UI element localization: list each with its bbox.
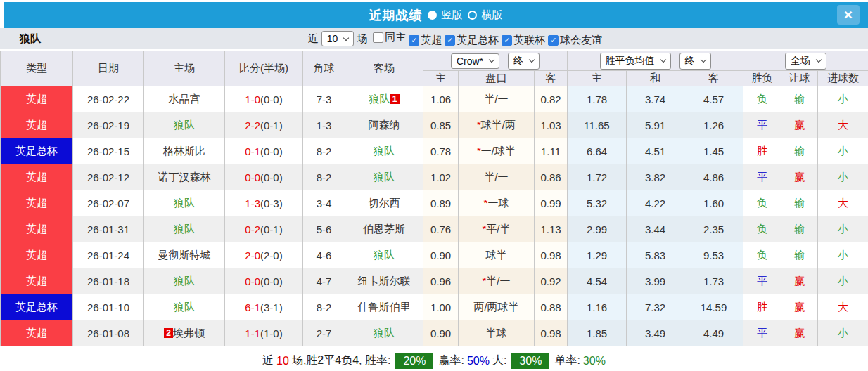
avg-odds-select[interactable]: 胜平负均值 <box>600 53 671 70</box>
star-icon: * <box>477 119 481 131</box>
odds-away-cell: 0.98 <box>535 320 568 346</box>
filter-checkbox-英联杯[interactable]: ✓英联杯 <box>502 34 545 47</box>
halftime-score: (1-0) <box>260 327 283 339</box>
score-cell: 2-0(2-0) <box>225 242 303 268</box>
avg-odds-value: 胜平负均值 <box>606 55 655 67</box>
halftime-score: (0-1) <box>260 223 283 235</box>
big-badge: 30% <box>511 353 549 369</box>
league-cell: 英超 <box>1 320 73 346</box>
filter-checkbox-同主[interactable]: 同主 <box>373 31 406 44</box>
handicap-result-cell: 输 <box>781 190 818 216</box>
odds-home-cell: 1.02 <box>423 164 459 190</box>
score-cell: 1-0(0-0) <box>225 86 303 112</box>
team-name: 狼队 <box>20 32 41 46</box>
avg-away-cell: 4.49 <box>684 320 743 346</box>
checkbox-icon[interactable]: ✓ <box>409 35 419 46</box>
horizontal-layout-radio-icon[interactable] <box>468 11 477 20</box>
filter-checkbox-球会友谊[interactable]: ✓球会友谊 <box>548 34 602 47</box>
dialog-titlebar: 近期战绩 竖版 横版 × <box>4 2 868 28</box>
avg-away-cell: 4.86 <box>684 164 743 190</box>
date-cell: 26-02-19 <box>73 112 144 138</box>
handicap-cell: *半/一 <box>459 268 535 294</box>
star-icon: * <box>477 145 481 157</box>
match-count-select[interactable]: 10 <box>321 31 355 46</box>
checkbox-label: 同主 <box>385 31 406 44</box>
handicap-cell: *平/半 <box>459 216 535 242</box>
score-cell: 0-0(0-0) <box>225 164 303 190</box>
footer-count: 10 <box>276 355 289 367</box>
date-cell: 26-01-31 <box>73 216 144 242</box>
handicap-cell: 球半 <box>459 242 535 268</box>
matches-label: 场 <box>357 32 367 46</box>
recent-results-dialog: 近期战绩 竖版 横版 × 狼队 近 10 场 同主✓英超✓英足总杯✓英联杯✓球会… <box>0 0 868 371</box>
halftime-score: (2-0) <box>260 249 283 261</box>
checkbox-icon[interactable]: ✓ <box>502 35 512 46</box>
avg-draw-cell: 7.32 <box>627 294 684 320</box>
filter-checkbox-英超[interactable]: ✓英超 <box>409 34 442 47</box>
league-cell: 英超 <box>1 268 73 294</box>
home-team-cell: 2埃弗顿 <box>144 320 225 346</box>
rank-badge: 1 <box>390 94 400 104</box>
fulltime-score: 0-0 <box>245 275 260 287</box>
fulltime-score: 1-0 <box>245 93 260 105</box>
halftime-score: (0-0) <box>260 171 283 183</box>
results-table: 类型 日期 主场 比分(半场) 角球 客场 Crow* 终 <box>0 51 868 346</box>
avg-time-value: 终 <box>685 55 695 67</box>
odds-select-group: Crow* 终 <box>423 51 568 71</box>
summary-footer: 近10场,胜2平4负4, 胜率: 20% 赢率:50% 大: 30% 单率:30… <box>0 351 868 371</box>
rank-badge: 2 <box>164 328 173 338</box>
avg-draw-cell: 3.82 <box>627 164 684 190</box>
col-header-goals: 进球数 <box>818 71 868 86</box>
away-team-cell: 伯恩茅斯 <box>345 216 423 242</box>
away-team-cell: 狼队1 <box>345 86 423 112</box>
score-cell: 0-1(0-0) <box>225 138 303 164</box>
odds-time-select[interactable]: 终 <box>508 53 540 70</box>
checkbox-icon[interactable] <box>373 32 383 43</box>
col-header-avg-home: 主 <box>568 71 627 86</box>
scope-select-group: 全场 <box>743 51 868 71</box>
league-cell: 英足总杯 <box>1 138 73 164</box>
avg-time-select[interactable]: 终 <box>679 53 711 70</box>
odds-home-cell: 0.78 <box>423 138 459 164</box>
scope-select[interactable]: 全场 <box>785 53 826 70</box>
vertical-layout-radio-icon[interactable] <box>428 11 437 20</box>
avg-home-cell: 1.72 <box>568 164 627 190</box>
vertical-layout-option[interactable]: 竖版 <box>442 8 463 22</box>
date-cell: 26-02-15 <box>73 138 144 164</box>
handicap-cell: 半/一 <box>459 86 535 112</box>
away-team-cell: 狼队 <box>345 164 423 190</box>
chevron-down-icon <box>660 57 665 63</box>
checkbox-icon[interactable]: ✓ <box>445 35 455 46</box>
odds-company-value: Crow* <box>457 56 483 67</box>
goals-cell: 小 <box>818 86 868 112</box>
table-row: 英超26-01-082埃弗顿1-1(1-0)2-7狼队0.90半球0.981.8… <box>1 320 868 346</box>
odds-home-cell: 0.96 <box>423 268 459 294</box>
close-button[interactable]: × <box>837 5 860 25</box>
league-cell: 英足总杯 <box>1 294 73 320</box>
home-team-cell: 诺丁汉森林 <box>144 164 225 190</box>
date-cell: 26-02-07 <box>73 190 144 216</box>
result-cell: 平 <box>743 112 781 138</box>
odds-away-cell: 0.92 <box>535 268 568 294</box>
avg-home-cell: 1.78 <box>568 86 627 112</box>
checkbox-icon[interactable]: ✓ <box>548 35 559 46</box>
handicap-cell: 两/两球半 <box>459 294 535 320</box>
corners-cell: 8-2 <box>303 294 345 320</box>
league-cell: 英超 <box>1 86 73 112</box>
corners-cell: 4-7 <box>303 268 345 294</box>
corners-cell: 1-3 <box>303 112 345 138</box>
halftime-score: (3-1) <box>260 301 283 313</box>
home-team-cell: 狼队 <box>144 190 225 216</box>
fulltime-score: 1-3 <box>245 197 260 209</box>
star-icon: * <box>482 223 486 235</box>
result-cell: 平 <box>743 164 781 190</box>
fulltime-score: 2-0 <box>245 249 260 261</box>
avg-select-group: 胜平负均值 终 <box>568 51 743 71</box>
horizontal-layout-option[interactable]: 横版 <box>482 8 503 22</box>
score-cell: 0-0(0-0) <box>225 268 303 294</box>
footer-summary: 场,胜2平4负4, 胜率: <box>292 353 390 368</box>
halftime-score: (0-0) <box>260 93 283 105</box>
odds-company-select[interactable]: Crow* <box>451 53 499 69</box>
filter-checkbox-英足总杯[interactable]: ✓英足总杯 <box>445 34 499 47</box>
odds-home-cell: 0.90 <box>423 242 459 268</box>
